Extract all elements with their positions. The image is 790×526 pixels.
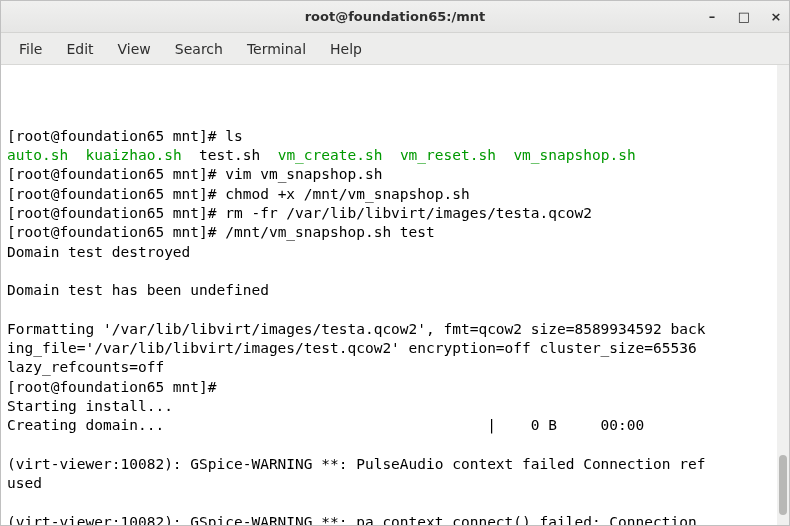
out-warn2: (virt-viewer:10082): GSpice-WARNING **: …	[7, 514, 705, 526]
close-button[interactable]: ×	[769, 9, 783, 24]
menu-edit[interactable]: Edit	[54, 37, 105, 61]
out-starting: Starting install...	[7, 398, 173, 414]
file-vmreset: vm_reset.sh	[400, 147, 496, 163]
scroll-thumb[interactable]	[779, 455, 787, 515]
prompt: [root@foundation65 mnt]#	[7, 224, 225, 240]
terminal-wrap: [root@foundation65 mnt]# lsauto.sh kuaiz…	[1, 65, 789, 526]
menu-search[interactable]: Search	[163, 37, 235, 61]
menu-terminal[interactable]: Terminal	[235, 37, 318, 61]
cmd-run: /mnt/vm_snapshop.sh test	[225, 224, 435, 240]
out-fmt2: ing_file='/var/lib/libvirt/images/test.q…	[7, 340, 705, 356]
out-creating: Creating domain... | 0 B 00:00	[7, 417, 688, 433]
file-vmcreate: vm_create.sh	[278, 147, 383, 163]
file-vmsnapshop: vm_snapshop.sh	[513, 147, 635, 163]
terminal[interactable]: [root@foundation65 mnt]# lsauto.sh kuaiz…	[1, 65, 777, 526]
cmd-ls: ls	[225, 128, 242, 144]
prompt: [root@foundation65 mnt]#	[7, 186, 225, 202]
prompt: [root@foundation65 mnt]#	[7, 379, 225, 395]
out-undefined: Domain test has been undefined	[7, 282, 269, 298]
cmd-chmod: chmod +x /mnt/vm_snapshop.sh	[225, 186, 469, 202]
out-fmt3: lazy_refcounts=off	[7, 359, 164, 375]
prompt: [root@foundation65 mnt]#	[7, 166, 225, 182]
prompt: [root@foundation65 mnt]#	[7, 128, 225, 144]
menu-file[interactable]: File	[7, 37, 54, 61]
out-fmt1: Formatting '/var/lib/libvirt/images/test…	[7, 321, 705, 337]
cmd-rm: rm -fr /var/lib/libvirt/images/testa.qco…	[225, 205, 592, 221]
menu-view[interactable]: View	[106, 37, 163, 61]
titlebar: root@foundation65:/mnt – □ ×	[1, 1, 789, 33]
window-title: root@foundation65:/mnt	[305, 9, 486, 24]
file-test: test.sh	[199, 147, 260, 163]
file-auto: auto.sh	[7, 147, 68, 163]
menu-help[interactable]: Help	[318, 37, 374, 61]
out-warn1b: used	[7, 475, 42, 491]
out-warn1: (virt-viewer:10082): GSpice-WARNING **: …	[7, 456, 705, 472]
cmd-vim: vim vm_snapshop.sh	[225, 166, 382, 182]
out-destroyed: Domain test destroyed	[7, 244, 190, 260]
prompt: [root@foundation65 mnt]#	[7, 205, 225, 221]
maximize-button[interactable]: □	[737, 9, 751, 24]
window-controls: – □ ×	[705, 9, 783, 24]
minimize-button[interactable]: –	[705, 9, 719, 24]
scrollbar[interactable]	[777, 65, 789, 526]
menubar: File Edit View Search Terminal Help	[1, 33, 789, 65]
file-kuaizhao: kuaizhao.sh	[86, 147, 182, 163]
